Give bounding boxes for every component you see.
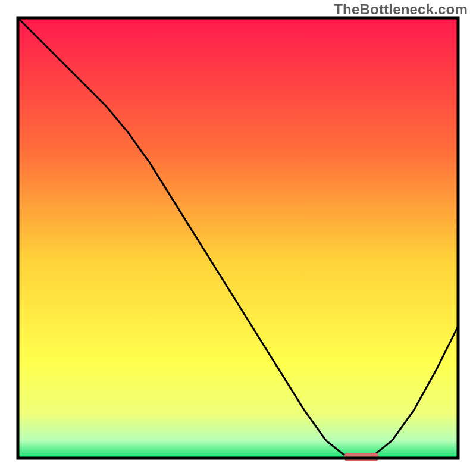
watermark-text: TheBottleneck.com (334, 1, 468, 18)
plot-area (18, 18, 458, 461)
bottleneck-chart (0, 0, 476, 476)
chart-container: TheBottleneck.com (0, 0, 476, 476)
